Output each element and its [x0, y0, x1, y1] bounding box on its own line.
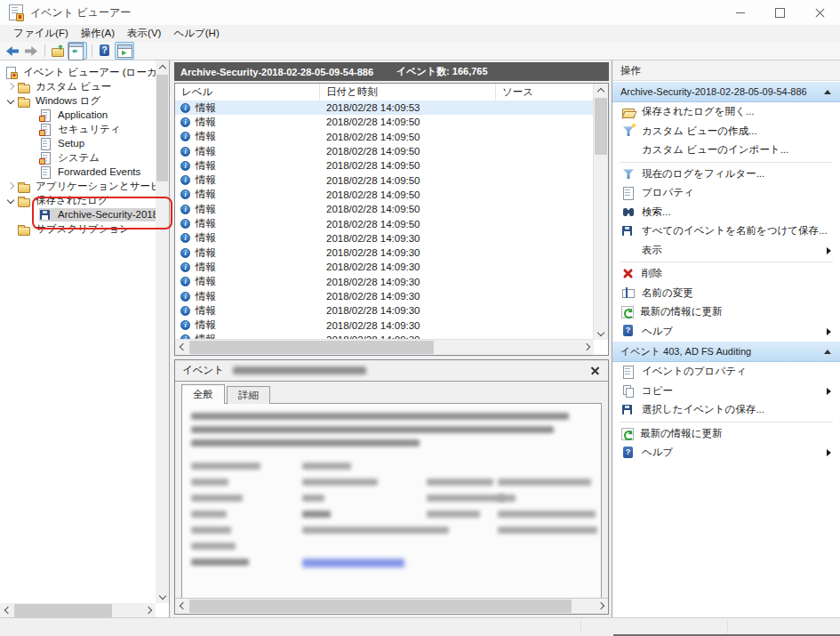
- chevron-down-icon[interactable]: [4, 96, 17, 105]
- event-row[interactable]: 情報2018/02/28 14:09:30: [175, 260, 594, 274]
- forward-button[interactable]: [22, 43, 40, 59]
- action-item[interactable]: カスタム ビューのインポート...: [612, 141, 840, 160]
- event-row[interactable]: 情報2018/02/28 14:09:30: [175, 231, 594, 246]
- menu-item-2[interactable]: 表示(V): [121, 25, 167, 42]
- back-button[interactable]: [4, 43, 21, 59]
- tree-item[interactable]: Archive-Security-2018-02-28: [0, 207, 156, 221]
- tree-horizontal-scrollbar[interactable]: [0, 603, 156, 618]
- event-row[interactable]: 情報2018/02/28 14:09:50: [175, 115, 594, 129]
- help-button[interactable]: [96, 43, 114, 59]
- log-badge: [39, 158, 45, 165]
- menu-item-1[interactable]: 操作(A): [75, 25, 121, 42]
- action-item[interactable]: ヘルプ: [612, 322, 840, 342]
- tree-vertical-scrollbar[interactable]: [156, 60, 169, 603]
- scroll-down-button[interactable]: [156, 590, 169, 603]
- tree-item[interactable]: イベント ビューアー (ローカル): [0, 65, 156, 79]
- event-row[interactable]: 情報2018/02/28 14:09:30: [175, 246, 594, 260]
- tree-item[interactable]: Windows ログ: [0, 93, 156, 108]
- event-row[interactable]: 情報2018/02/28 14:09:50: [175, 202, 594, 216]
- open-saved-log-button[interactable]: [49, 43, 67, 59]
- tree-item[interactable]: サブスクリプション: [0, 221, 156, 236]
- tree-item[interactable]: 保存されたログ: [0, 193, 156, 207]
- scrollbar-thumb[interactable]: [189, 600, 572, 613]
- tree-item[interactable]: Application: [0, 108, 156, 122]
- event-row[interactable]: 情報2018/02/28 14:09:50: [175, 144, 594, 158]
- minimize-button[interactable]: [720, 0, 760, 25]
- action-item[interactable]: 名前の変更: [612, 284, 840, 303]
- datetime-label: 2018/02/28 14:09:30: [320, 277, 496, 287]
- scroll-left-button[interactable]: [175, 340, 188, 353]
- level-label: 情報: [196, 188, 216, 201]
- action-item[interactable]: イベントのプロパティ: [612, 362, 840, 382]
- scroll-right-button[interactable]: [580, 340, 594, 353]
- preview-horizontal-scrollbar[interactable]: [175, 598, 608, 614]
- column-header-0[interactable]: レベル: [175, 84, 320, 101]
- menu-bar: ファイル(F)操作(A)表示(V)ヘルプ(H): [0, 25, 840, 42]
- column-header-1[interactable]: 日付と時刻: [320, 84, 496, 101]
- action-section-header-1[interactable]: イベント 403, AD FS Auditing: [612, 341, 840, 362]
- scroll-up-button[interactable]: [156, 60, 169, 74]
- toggle-action-pane-button[interactable]: [115, 42, 134, 60]
- scrollbar-thumb[interactable]: [156, 75, 168, 181]
- close-button[interactable]: [800, 0, 840, 25]
- redacted-description: [191, 413, 585, 453]
- action-item[interactable]: コピー: [612, 382, 840, 401]
- action-item[interactable]: プロパティ: [612, 183, 840, 203]
- tab-details[interactable]: 詳細: [227, 386, 270, 404]
- action-item[interactable]: 現在のログをフィルター...: [612, 165, 840, 184]
- action-item[interactable]: 表示: [612, 241, 840, 261]
- event-row[interactable]: 情報2018/02/28 14:09:30: [175, 289, 594, 303]
- preview-pane-header: イベント: [175, 360, 608, 382]
- scroll-right-button[interactable]: [142, 603, 156, 616]
- scroll-up-button[interactable]: [594, 84, 607, 97]
- scroll-left-button[interactable]: [175, 599, 188, 612]
- tree-item[interactable]: セキュリティ: [0, 122, 156, 136]
- action-item[interactable]: すべてのイベントを名前をつけて保存...: [612, 221, 840, 241]
- action-item[interactable]: 検索...: [612, 203, 840, 222]
- level-label: 情報: [196, 173, 216, 187]
- scroll-down-button[interactable]: [594, 326, 607, 340]
- eventviewer-icon: [4, 66, 18, 79]
- redacted-link[interactable]: [302, 559, 404, 568]
- tree-item[interactable]: アプリケーションとサービス ログ: [0, 179, 156, 193]
- action-item[interactable]: 削除: [612, 264, 840, 284]
- action-item[interactable]: ヘルプ: [612, 443, 840, 463]
- scrollbar-thumb[interactable]: [14, 604, 112, 617]
- action-item[interactable]: 選択したイベントの保存...: [612, 400, 840, 420]
- scroll-right-button[interactable]: [595, 599, 608, 612]
- tree-item[interactable]: カスタム ビュー: [0, 79, 156, 93]
- action-section-header-0[interactable]: Archive-Security-2018-02-28-05-09-54-886: [612, 81, 840, 102]
- event-row[interactable]: 情報2018/02/28 14:09:50: [175, 173, 594, 187]
- action-item[interactable]: カスタム ビューの作成...: [612, 122, 840, 141]
- chevron-right-icon[interactable]: [4, 181, 17, 190]
- tree-item[interactable]: Forwarded Events: [0, 165, 156, 179]
- list-horizontal-scrollbar[interactable]: [175, 339, 594, 355]
- event-row[interactable]: 情報2018/02/28 14:09:50: [175, 158, 594, 173]
- event-row[interactable]: 情報2018/02/28 14:09:50: [175, 188, 594, 202]
- scrollbar-thumb[interactable]: [595, 98, 607, 155]
- event-row[interactable]: 情報2018/02/28 14:09:30: [175, 303, 594, 318]
- event-row[interactable]: 情報2018/02/28 14:09:50: [175, 216, 594, 230]
- chevron-down-icon[interactable]: [4, 196, 17, 205]
- action-item[interactable]: 保存されたログを開く...: [612, 102, 840, 122]
- event-row[interactable]: 情報2018/02/28 14:09:53: [175, 101, 594, 115]
- tree-item[interactable]: システム: [0, 150, 156, 165]
- toggle-console-tree-button[interactable]: [68, 42, 87, 60]
- tree-item[interactable]: Setup: [0, 136, 156, 150]
- list-vertical-scrollbar[interactable]: [593, 84, 608, 340]
- scroll-left-button[interactable]: [0, 603, 13, 616]
- menu-item-0[interactable]: ファイル(F): [7, 25, 75, 42]
- action-item[interactable]: 最新の情報に更新: [612, 424, 840, 444]
- column-header-2[interactable]: ソース: [496, 84, 594, 101]
- toolbar: [0, 42, 840, 60]
- menu-item-3[interactable]: ヘルプ(H): [167, 25, 225, 42]
- event-row[interactable]: 情報2018/02/28 14:09:30: [175, 318, 594, 332]
- maximize-button[interactable]: [760, 0, 800, 25]
- scrollbar-thumb[interactable]: [189, 341, 434, 354]
- tab-general[interactable]: 全般: [181, 384, 225, 404]
- event-row[interactable]: 情報2018/02/28 14:09:30: [175, 275, 594, 289]
- event-row[interactable]: 情報2018/02/28 14:09:50: [175, 130, 594, 144]
- chevron-right-icon[interactable]: [4, 82, 17, 91]
- action-item[interactable]: 最新の情報に更新: [612, 302, 840, 322]
- close-preview-icon[interactable]: [588, 364, 603, 378]
